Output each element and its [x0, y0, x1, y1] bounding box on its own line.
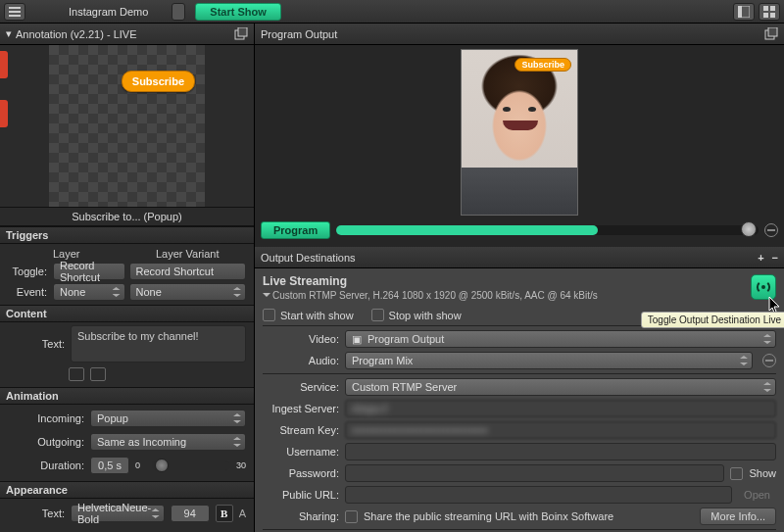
audio-select[interactable]: Program Mix	[345, 352, 753, 369]
popout-icon[interactable]	[234, 27, 248, 41]
hamburger-icon	[9, 6, 21, 18]
font-style-letter: A	[239, 508, 246, 519]
incoming-select[interactable]: Popup	[90, 410, 246, 427]
layer-preview: Subscribe	[0, 45, 254, 207]
svg-rect-4	[738, 6, 742, 18]
program-slider-thumb[interactable]	[741, 221, 757, 237]
broadcast-icon	[756, 279, 771, 295]
document-title: Instagram Demo	[69, 6, 148, 18]
program-output-title: Program Output	[261, 28, 764, 40]
grid-icon	[763, 6, 775, 18]
live-streaming-summary[interactable]: Custom RTMP Server, H.264 1080 x 1920 @ …	[263, 290, 776, 301]
svg-rect-2	[9, 15, 21, 17]
open-url-button[interactable]: Open	[738, 489, 776, 501]
variant-toggle-shortcut[interactable]: Record Shortcut	[129, 263, 247, 280]
start-with-show-checkbox[interactable]	[263, 309, 275, 321]
caret-icon: ▾	[6, 27, 12, 40]
layer-toggle-shortcut[interactable]: Record Shortcut	[53, 263, 125, 280]
presenter-body	[462, 168, 577, 215]
content-icons	[0, 365, 254, 387]
content-icon-2[interactable]	[90, 367, 106, 381]
svg-rect-5	[763, 6, 768, 11]
program-output-header: Program Output	[255, 24, 784, 45]
duration-label: Duration:	[8, 459, 84, 471]
content-text-field[interactable]: Subscribe to my channel!	[71, 325, 246, 363]
content-text-row: Text: Subscribe to my channel!	[0, 322, 254, 365]
show-password-checkbox[interactable]	[730, 467, 743, 480]
layer-event-select[interactable]: None	[53, 283, 125, 301]
section-appearance: Appearance	[0, 481, 254, 499]
publicurl-field[interactable]	[345, 486, 732, 504]
output-destinations-title: Output Destinations	[261, 252, 758, 264]
layout-a-button[interactable]	[733, 3, 755, 21]
password-field[interactable]	[345, 464, 724, 482]
sharing-checkbox[interactable]	[345, 510, 358, 523]
program-remove-icon[interactable]	[764, 223, 778, 237]
inspector-title: Annotation (v2.21) - LIVE	[16, 28, 234, 40]
svg-rect-6	[770, 6, 775, 11]
toolbar-menu-button[interactable]	[4, 3, 25, 21]
program-label[interactable]: Program	[261, 221, 330, 239]
font-preview-swatch[interactable]: B	[216, 505, 233, 522]
program-controls: Program	[261, 221, 778, 239]
section-animation: Animation	[0, 387, 254, 405]
checkerboard-bg	[49, 45, 205, 207]
audio-remove-icon[interactable]	[762, 354, 776, 367]
duration-field[interactable]: 0,5 s	[90, 457, 129, 474]
subscribe-pill: Subscribe	[122, 71, 195, 92]
outgoing-select[interactable]: Same as Incoming	[90, 433, 246, 451]
service-select[interactable]: Custom RTMP Server	[345, 378, 776, 396]
program-video: Subscribe	[461, 49, 578, 216]
show-password-label: Show	[749, 467, 776, 479]
streamkey-field[interactable]: ••••••••••••••••••••••••••••••••••••	[345, 421, 776, 439]
variant-event-select[interactable]: None	[129, 283, 247, 301]
slider-thumb[interactable]	[155, 459, 169, 472]
username-field[interactable]	[345, 443, 776, 460]
stop-with-show-checkbox[interactable]	[371, 309, 384, 321]
tooltip: Toggle Output Destination Live	[641, 312, 784, 328]
stop-with-show-label: Stop with show	[389, 310, 462, 321]
inspector-header: ▾ Annotation (v2.21) - LIVE	[0, 24, 254, 45]
start-with-show-label: Start with show	[280, 310, 354, 321]
popout-icon[interactable]	[764, 27, 778, 41]
inspector-panel: ▾ Annotation (v2.21) - LIVE Subscribe Su…	[0, 24, 255, 532]
appearance-block: Text: HelveticaNeue-Bold 94 B A	[0, 499, 254, 528]
toolbar-divider-button[interactable]	[172, 3, 185, 21]
duration-slider[interactable]	[152, 460, 230, 470]
start-show-button[interactable]: Start Show	[195, 3, 280, 21]
app-window: Instagram Demo Start Show ▾ Annotation (…	[0, 0, 784, 532]
svg-rect-1	[9, 11, 21, 13]
font-select[interactable]: HelveticaNeue-Bold	[71, 505, 165, 522]
triggers-block: Layer Toggle:Record Shortcut Event:None …	[0, 244, 254, 305]
username-label: Username:	[263, 446, 339, 458]
service-label: Service:	[263, 381, 339, 393]
program-slider[interactable]	[336, 225, 759, 235]
content-text-label: Text:	[8, 338, 65, 350]
sharing-label: Sharing:	[263, 510, 339, 522]
content-icon-1[interactable]	[69, 367, 84, 381]
duration-scale-max: 30	[236, 460, 246, 470]
svg-rect-10	[238, 27, 247, 36]
toggle-output-live-button[interactable]	[751, 274, 776, 300]
incoming-label: Incoming:	[8, 412, 84, 424]
output-destinations-header: Output Destinations + −	[255, 247, 784, 268]
remove-destination-icon[interactable]: −	[772, 252, 778, 264]
outgoing-label: Outgoing:	[8, 436, 84, 448]
add-destination-icon[interactable]: +	[758, 252, 763, 264]
audio-label: Audio:	[263, 355, 339, 366]
ingest-field[interactable]: rtmps://	[345, 400, 776, 417]
ingest-label: Ingest Server:	[263, 403, 339, 414]
font-size-field[interactable]: 94	[171, 505, 210, 522]
live-streaming-title: Live Streaming	[263, 274, 776, 288]
sharing-option: Share the public streaming URL with Boin…	[364, 510, 613, 522]
layout-b-button[interactable]	[759, 3, 780, 21]
svg-rect-8	[770, 13, 775, 18]
program-subscribe-pill: Subscribe	[514, 58, 571, 72]
more-info-button[interactable]: More Info...	[700, 508, 776, 525]
svg-rect-12	[768, 27, 777, 36]
video-label: Video:	[263, 333, 339, 345]
right-column: Program Output Subscribe Program Output …	[255, 24, 784, 532]
video-select[interactable]: ▣Program Output	[345, 330, 776, 348]
destinations-panel: Live Streaming Custom RTMP Server, H.264…	[255, 268, 784, 532]
publicurl-label: Public URL:	[263, 489, 339, 501]
